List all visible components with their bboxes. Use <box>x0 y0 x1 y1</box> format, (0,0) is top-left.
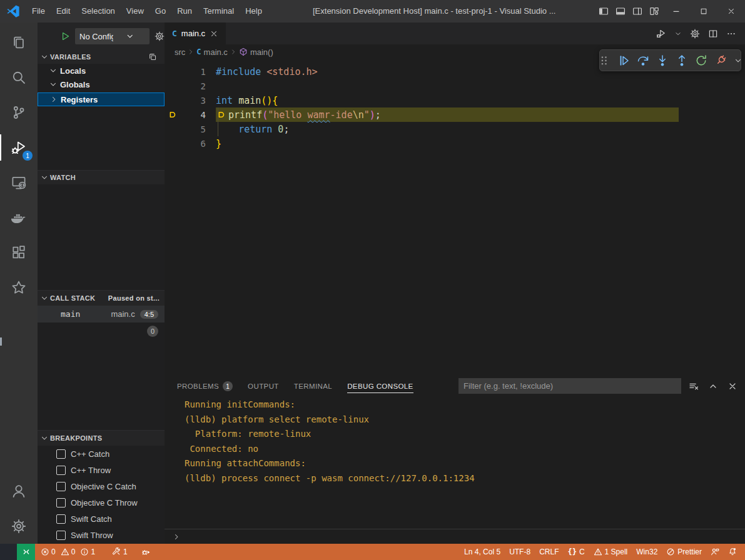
variables-row-locals[interactable]: Locals <box>38 64 165 78</box>
breakpoint-gutter[interactable] <box>165 110 181 119</box>
activity-star[interactable] <box>0 271 38 304</box>
debug-step-over-button[interactable] <box>637 54 649 67</box>
activity-search[interactable] <box>0 61 38 94</box>
status-bell-dot[interactable] <box>724 544 741 560</box>
collapse-panel-button[interactable] <box>708 381 718 391</box>
breadcrumb-item-main-c[interactable]: Cmain.c <box>196 48 228 57</box>
variables-row-registers[interactable]: Registers <box>38 92 165 106</box>
thread-row[interactable]: 0 <box>38 322 165 339</box>
debug-console-input[interactable] <box>165 529 745 544</box>
checkbox[interactable] <box>56 466 66 475</box>
debug-drag-grip-button[interactable] <box>598 54 611 67</box>
debug-chevron-down-button[interactable] <box>734 56 742 65</box>
status-utf-8[interactable]: UTF-8 <box>505 544 535 560</box>
activity-extensions[interactable] <box>0 236 38 269</box>
activity-explorer[interactable] <box>0 26 38 59</box>
breakpoint-swift-catch[interactable]: Swift Catch <box>38 511 165 527</box>
status-debug[interactable] <box>137 544 155 560</box>
status-crlf[interactable]: CRLF <box>535 544 563 560</box>
clear-console-button[interactable] <box>689 381 699 391</box>
start-debugging-button[interactable] <box>60 31 70 41</box>
panel-tab-terminal[interactable]: TERMINAL <box>294 375 332 398</box>
checkbox[interactable] <box>56 531 66 540</box>
debug-restart-button[interactable] <box>695 54 707 67</box>
activity-run-and-debug[interactable]: 1 <box>0 131 38 164</box>
stack-frame-row[interactable]: main main.c 4:5 <box>38 306 165 322</box>
status-win32[interactable]: Win32 <box>632 544 662 560</box>
breakpoint-objective-c-catch[interactable]: Objective C Catch <box>38 478 165 494</box>
call-stack-header[interactable]: CALL STACK Paused on st... <box>38 290 165 306</box>
maximize-button[interactable] <box>690 0 717 22</box>
close-button[interactable] <box>717 0 745 22</box>
collapse-panel-icon <box>708 381 718 391</box>
debug-step-into-button[interactable] <box>656 54 669 67</box>
status-problems[interactable]: 0 0 1 <box>36 544 103 560</box>
menu-terminal[interactable]: Terminal <box>198 0 240 22</box>
breakpoint-c-catch[interactable]: C++ Catch <box>38 446 165 462</box>
code-token <box>272 124 278 135</box>
left-edge-marker <box>0 338 2 346</box>
status-prettier[interactable]: Prettier <box>662 544 706 560</box>
watch-header[interactable]: WATCH <box>38 170 165 184</box>
status-feedback[interactable] <box>706 544 724 560</box>
code-token: <stdio.h> <box>266 66 317 78</box>
layout-panel-button[interactable] <box>612 0 629 22</box>
activity-accounts[interactable] <box>0 484 38 499</box>
status-ln-4-col-5[interactable]: Ln 4, Col 5 <box>460 544 505 560</box>
remote-indicator[interactable] <box>17 544 35 560</box>
debug-disconnect-button[interactable] <box>714 54 727 67</box>
panel-tab-output[interactable]: OUTPUT <box>248 375 279 398</box>
close-panel-button[interactable] <box>727 381 737 391</box>
debug-configuration-dropdown[interactable]: No Configurat <box>75 28 150 44</box>
console-filter-input[interactable] <box>459 378 681 394</box>
checkbox[interactable] <box>56 449 66 459</box>
activity-manage[interactable] <box>0 519 38 534</box>
menu-selection[interactable]: Selection <box>76 0 120 22</box>
menu-help[interactable]: Help <box>240 0 268 22</box>
more-actions-button[interactable] <box>726 29 736 39</box>
copy-icon[interactable] <box>148 52 157 61</box>
activity-source-control[interactable] <box>0 96 38 129</box>
breadcrumb-item-src[interactable]: src <box>175 48 185 57</box>
close-tab-icon[interactable] <box>210 29 218 38</box>
activity-remote-explorer[interactable] <box>0 166 38 199</box>
panel-tab-problems[interactable]: PROBLEMS 1 <box>177 375 233 398</box>
debug-step-out-button[interactable] <box>676 54 688 67</box>
activity-bar: 1 <box>0 22 38 544</box>
menu-file[interactable]: File <box>26 0 51 22</box>
settings-gear-button[interactable] <box>690 29 700 39</box>
panel-tab-debug-console[interactable]: DEBUG CONSOLE <box>347 375 413 398</box>
code-editor[interactable]: 1 #include <stdio.h> 2 3 int main(){ 4 p… <box>165 59 745 380</box>
variables-header[interactable]: VARIABLES <box>38 50 165 64</box>
layout-customize-button[interactable] <box>646 0 662 22</box>
debug-continue-button[interactable] <box>617 54 630 67</box>
variables-row-globals[interactable]: Globals <box>38 78 165 91</box>
split-editor-button[interactable] <box>708 29 718 39</box>
checkbox[interactable] <box>56 514 66 524</box>
minimize-button[interactable] <box>662 0 690 22</box>
breakpoint-c-throw[interactable]: C++ Throw <box>38 462 165 478</box>
open-launch-json-button[interactable] <box>155 31 165 41</box>
menu-view[interactable]: View <box>121 0 150 22</box>
checkbox[interactable] <box>56 498 66 508</box>
status-1-spell[interactable]: 1 Spell <box>589 544 632 560</box>
status-c[interactable]: {}C <box>563 544 589 560</box>
tab-main-c[interactable]: C main.c <box>165 22 226 44</box>
frame-file: main.c <box>111 309 134 319</box>
chevron-down-button[interactable] <box>674 30 682 38</box>
run-or-debug-button[interactable] <box>656 29 666 39</box>
layout-secondary-sidebar-button[interactable] <box>629 0 646 22</box>
breakpoint-swift-throw[interactable]: Swift Throw <box>38 527 165 543</box>
activity-docker[interactable] <box>0 201 38 234</box>
status-tools[interactable]: 1 <box>108 544 132 560</box>
layout-sidebar-button[interactable] <box>595 0 612 22</box>
breakpoints-header[interactable]: BREAKPOINTS <box>38 430 165 446</box>
c-file-icon: C <box>196 48 201 56</box>
breakpoint-objective-c-throw[interactable]: Objective C Throw <box>38 494 165 511</box>
menu-run[interactable]: Run <box>171 0 198 22</box>
console-line: Running initCommands: <box>185 398 745 412</box>
menu-go[interactable]: Go <box>150 0 171 22</box>
breadcrumb-item-main[interactable]: main() <box>239 48 273 57</box>
menu-edit[interactable]: Edit <box>51 0 76 22</box>
checkbox[interactable] <box>56 482 66 491</box>
